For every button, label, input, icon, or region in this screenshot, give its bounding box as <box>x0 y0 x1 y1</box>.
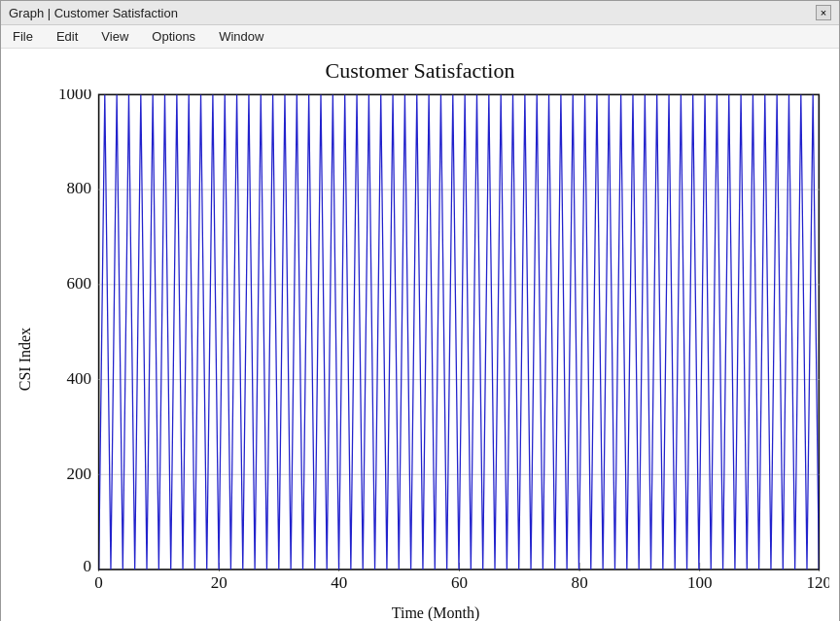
svg-text:600: 600 <box>67 274 92 293</box>
chart-inner: 1000 800 600 400 200 0 0 | 20 | <box>42 89 829 621</box>
svg-text:1000: 1000 <box>58 89 91 103</box>
svg-rect-0 <box>99 94 820 569</box>
chart-svg: 1000 800 600 400 200 0 0 | 20 | <box>42 89 829 601</box>
menu-file[interactable]: File <box>9 28 37 45</box>
y-axis-label: CSI Index <box>11 89 40 621</box>
title-bar: Graph | Customer Satisfaction × <box>1 1 839 25</box>
svg-text:200: 200 <box>67 465 92 483</box>
menu-window[interactable]: Window <box>215 28 267 45</box>
svg-text:60: 60 <box>451 573 468 592</box>
svg-text:20: 20 <box>211 573 228 592</box>
menu-options[interactable]: Options <box>148 28 199 45</box>
menu-bar: File Edit View Options Window <box>1 25 839 49</box>
svg-text:400: 400 <box>67 369 92 388</box>
chart-svg-wrapper: 1000 800 600 400 200 0 0 | 20 | <box>42 89 829 601</box>
window-title: Graph | Customer Satisfaction <box>9 6 178 20</box>
menu-edit[interactable]: Edit <box>52 28 82 45</box>
svg-text:80: 80 <box>572 573 588 592</box>
app-window: Graph | Customer Satisfaction × File Edi… <box>0 0 840 621</box>
svg-text:0: 0 <box>94 573 103 592</box>
chart-container: CSI Index 1000 <box>11 89 829 621</box>
chart-title: Customer Satisfaction <box>326 58 515 84</box>
svg-text:120: 120 <box>807 573 829 592</box>
menu-view[interactable]: View <box>97 28 132 45</box>
svg-text:100: 100 <box>687 573 713 592</box>
svg-text:800: 800 <box>67 179 92 197</box>
svg-text:40: 40 <box>331 573 347 592</box>
close-button[interactable]: × <box>816 5 831 20</box>
svg-text:0: 0 <box>84 557 92 575</box>
chart-area: Customer Satisfaction CSI Index <box>1 49 839 621</box>
x-axis-label: Time (Month) <box>42 601 829 621</box>
